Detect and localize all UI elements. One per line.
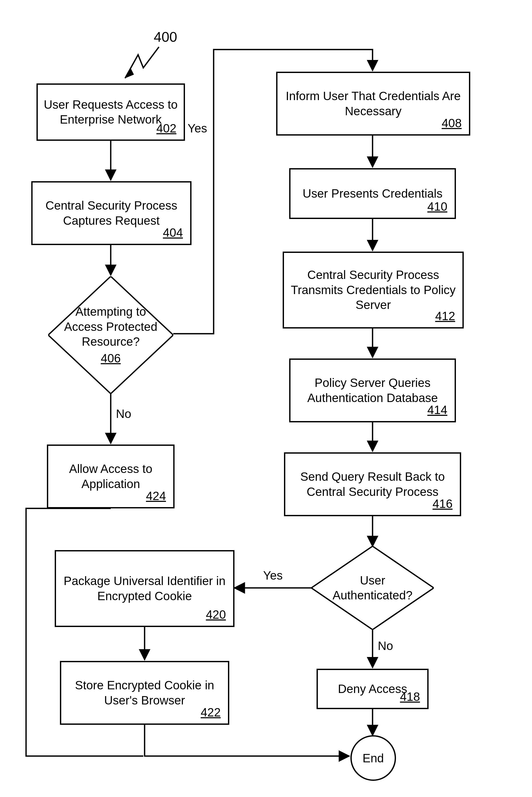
node-410-ref: 410 bbox=[427, 199, 447, 214]
node-424: Allow Access to Application 424 bbox=[47, 445, 174, 508]
node-420-text: Package Universal Identifier in Encrypte… bbox=[61, 574, 228, 604]
node-424-text: Allow Access to Application bbox=[53, 461, 168, 492]
node-422-ref: 422 bbox=[201, 705, 221, 720]
figure-number: 400 bbox=[154, 29, 177, 45]
edge-406-no: No bbox=[116, 407, 131, 421]
node-412-text: Central Security Process Transmits Crede… bbox=[289, 267, 457, 313]
node-418-text: Deny Access bbox=[338, 682, 407, 697]
node-408-ref: 408 bbox=[442, 116, 462, 131]
node-418: Deny Access 418 bbox=[317, 669, 429, 709]
node-422: Store Encrypted Cookie in User's Browser… bbox=[60, 661, 229, 725]
node-user-auth-text: User Authenticated? bbox=[328, 573, 417, 603]
node-404-ref: 404 bbox=[163, 225, 183, 240]
node-408-text: Inform User That Credentials Are Necessa… bbox=[283, 89, 464, 118]
edge-406-yes: Yes bbox=[188, 121, 207, 135]
node-424-ref: 424 bbox=[146, 488, 166, 504]
node-402: User Requests Access to Enterprise Netwo… bbox=[37, 84, 185, 141]
node-414: Policy Server Queries Authentication Dat… bbox=[289, 358, 456, 422]
node-406: Attempting to Access Protected Resource?… bbox=[48, 276, 173, 394]
flowchart-canvas: 400 User Requests Access to Enterprise N… bbox=[0, 0, 532, 797]
node-420: Package Universal Identifier in Encrypte… bbox=[55, 550, 234, 627]
node-406-ref: 406 bbox=[101, 351, 121, 366]
node-418-ref: 418 bbox=[400, 689, 420, 704]
node-414-text: Policy Server Queries Authentication Dat… bbox=[296, 375, 450, 405]
node-408: Inform User That Credentials Are Necessa… bbox=[276, 72, 470, 135]
node-420-ref: 420 bbox=[206, 607, 226, 622]
node-406-text: Attempting to Access Protected Resource? bbox=[64, 304, 158, 349]
edge-auth-no: No bbox=[378, 639, 393, 653]
node-404-text: Central Security Process Captures Reques… bbox=[38, 198, 185, 228]
node-user-auth: User Authenticated? bbox=[311, 546, 434, 630]
node-414-ref: 414 bbox=[427, 403, 447, 418]
node-410: User Presents Credentials 410 bbox=[289, 168, 456, 219]
node-402-ref: 402 bbox=[156, 121, 176, 136]
node-416: Send Query Result Back to Central Securi… bbox=[284, 452, 461, 516]
node-412: Central Security Process Transmits Crede… bbox=[283, 252, 464, 329]
figure-number-text: 400 bbox=[154, 29, 177, 44]
node-416-text: Send Query Result Back to Central Securi… bbox=[290, 469, 455, 499]
node-404: Central Security Process Captures Reques… bbox=[31, 181, 191, 245]
node-412-ref: 412 bbox=[435, 309, 455, 324]
edge-auth-yes: Yes bbox=[263, 568, 283, 582]
node-410-text: User Presents Credentials bbox=[303, 186, 443, 201]
node-end: End bbox=[350, 735, 396, 781]
node-416-ref: 416 bbox=[433, 496, 453, 512]
node-end-text: End bbox=[363, 751, 384, 765]
node-422-text: Store Encrypted Cookie in User's Browser bbox=[66, 678, 223, 708]
